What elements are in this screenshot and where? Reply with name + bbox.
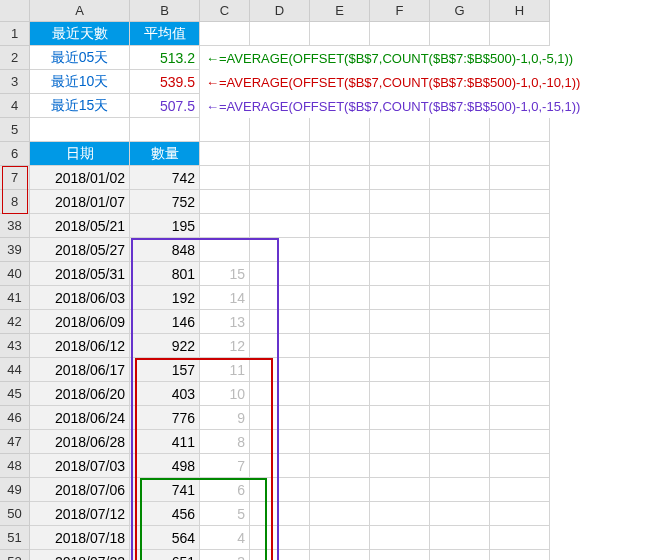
cell[interactable] — [250, 190, 310, 214]
col-header-F[interactable]: F — [370, 0, 430, 22]
cell-date[interactable]: 2018/06/12 — [30, 334, 130, 358]
cell[interactable] — [430, 22, 490, 46]
cell[interactable] — [310, 142, 370, 166]
cell-date[interactable]: 2018/07/22 — [30, 550, 130, 560]
cell[interactable] — [430, 406, 490, 430]
col-header-H[interactable]: H — [490, 0, 550, 22]
row-header[interactable]: 50 — [0, 502, 30, 526]
cell[interactable] — [430, 262, 490, 286]
cell[interactable] — [430, 238, 490, 262]
row-header[interactable]: 4 — [0, 94, 30, 118]
cell-countdown[interactable]: 14 — [200, 286, 250, 310]
cell-countdown[interactable]: 9 — [200, 406, 250, 430]
cell-qty[interactable]: 801 — [130, 262, 200, 286]
row-header[interactable]: 6 — [0, 142, 30, 166]
cell[interactable] — [250, 310, 310, 334]
cell-header-qty[interactable]: 數量 — [130, 142, 200, 166]
cell[interactable] — [310, 166, 370, 190]
cell[interactable] — [370, 430, 430, 454]
cell[interactable] — [370, 238, 430, 262]
cell[interactable] — [490, 238, 550, 262]
cell[interactable] — [430, 190, 490, 214]
cell[interactable] — [430, 166, 490, 190]
cell[interactable] — [250, 238, 310, 262]
cell[interactable] — [370, 478, 430, 502]
cell-qty[interactable]: 456 — [130, 502, 200, 526]
cell[interactable] — [490, 286, 550, 310]
cell[interactable] — [490, 382, 550, 406]
cell[interactable] — [370, 190, 430, 214]
cell-countdown[interactable]: 15 — [200, 262, 250, 286]
cell-countdown[interactable] — [200, 166, 250, 190]
cell[interactable] — [250, 358, 310, 382]
cell-formula[interactable]: ←=AVERAGE(OFFSET($B$7,COUNT($B$7:$B$500)… — [200, 70, 640, 94]
cell-countdown[interactable]: 10 — [200, 382, 250, 406]
row-header[interactable]: 7 — [0, 166, 30, 190]
cell-countdown[interactable]: 5 — [200, 502, 250, 526]
cell[interactable] — [370, 214, 430, 238]
cell-avg-value[interactable]: 513.2 — [130, 46, 200, 70]
cell[interactable] — [310, 550, 370, 560]
cell-formula[interactable]: ←=AVERAGE(OFFSET($B$7,COUNT($B$7:$B$500)… — [200, 46, 640, 70]
cell[interactable] — [370, 286, 430, 310]
cell[interactable] — [490, 334, 550, 358]
cell[interactable] — [310, 238, 370, 262]
cell-avg-value[interactable]: 539.5 — [130, 70, 200, 94]
cell-header-date[interactable]: 日期 — [30, 142, 130, 166]
cell[interactable] — [310, 118, 370, 142]
cell[interactable] — [310, 526, 370, 550]
cell[interactable] — [250, 406, 310, 430]
cell[interactable] — [370, 310, 430, 334]
cell[interactable] — [370, 142, 430, 166]
cell-countdown[interactable]: 8 — [200, 430, 250, 454]
cell-date[interactable]: 2018/05/21 — [30, 214, 130, 238]
cell-qty[interactable]: 752 — [130, 190, 200, 214]
cell[interactable] — [370, 382, 430, 406]
cell-avg-value[interactable]: 507.5 — [130, 94, 200, 118]
cell-countdown[interactable]: 6 — [200, 478, 250, 502]
cell-qty[interactable]: 157 — [130, 358, 200, 382]
cell[interactable] — [490, 142, 550, 166]
cell[interactable] — [310, 358, 370, 382]
cell[interactable] — [250, 214, 310, 238]
row-header[interactable]: 45 — [0, 382, 30, 406]
col-header-A[interactable]: A — [30, 0, 130, 22]
cell[interactable] — [370, 334, 430, 358]
cell[interactable] — [310, 334, 370, 358]
cell-date[interactable]: 2018/07/03 — [30, 454, 130, 478]
row-header[interactable]: 41 — [0, 286, 30, 310]
cell[interactable] — [490, 430, 550, 454]
cell[interactable] — [490, 406, 550, 430]
col-header-C[interactable]: C — [200, 0, 250, 22]
cell-date[interactable]: 2018/06/03 — [30, 286, 130, 310]
row-header[interactable]: 38 — [0, 214, 30, 238]
cell[interactable] — [250, 22, 310, 46]
cell[interactable] — [490, 502, 550, 526]
col-header-G[interactable]: G — [430, 0, 490, 22]
cell[interactable] — [370, 502, 430, 526]
cell-qty[interactable]: 651 — [130, 550, 200, 560]
cell-countdown[interactable]: 12 — [200, 334, 250, 358]
cell-formula[interactable]: ←=AVERAGE(OFFSET($B$7,COUNT($B$7:$B$500)… — [200, 94, 640, 118]
cell[interactable] — [370, 358, 430, 382]
cell[interactable] — [490, 118, 550, 142]
cell[interactable] — [430, 478, 490, 502]
cell-date[interactable]: 2018/06/20 — [30, 382, 130, 406]
cell-countdown[interactable]: 11 — [200, 358, 250, 382]
cell[interactable] — [490, 550, 550, 560]
cell[interactable] — [250, 382, 310, 406]
cell[interactable] — [200, 22, 250, 46]
cell[interactable] — [250, 286, 310, 310]
cell-qty[interactable]: 922 — [130, 334, 200, 358]
cell[interactable] — [250, 526, 310, 550]
row-header[interactable]: 49 — [0, 478, 30, 502]
col-header-E[interactable]: E — [310, 0, 370, 22]
row-header[interactable]: 44 — [0, 358, 30, 382]
cell-qty[interactable]: 403 — [130, 382, 200, 406]
cell[interactable] — [30, 118, 130, 142]
cell[interactable] — [430, 526, 490, 550]
cell-date[interactable]: 2018/01/02 — [30, 166, 130, 190]
cell[interactable] — [310, 22, 370, 46]
cell[interactable] — [310, 262, 370, 286]
cell[interactable] — [430, 214, 490, 238]
